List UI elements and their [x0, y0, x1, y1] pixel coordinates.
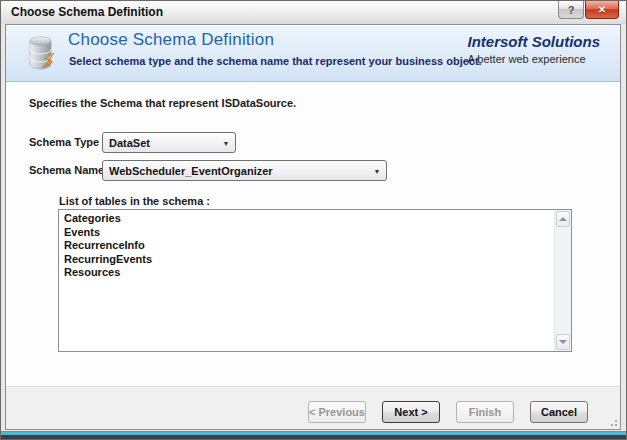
- wizard-title: Choose Schema Definition: [68, 30, 274, 50]
- window-title: Choose Schema Definition: [11, 1, 163, 24]
- list-item[interactable]: Events: [59, 226, 553, 240]
- scroll-down-button[interactable]: [556, 334, 570, 350]
- tables-list-label: List of tables in the schema :: [59, 195, 210, 207]
- cancel-button[interactable]: Cancel: [530, 401, 588, 423]
- next-button[interactable]: Next >: [382, 401, 440, 423]
- tables-list: Categories Events RecurrenceInfo Recurri…: [59, 212, 553, 351]
- schema-type-value: DataSet: [103, 137, 217, 149]
- database-icon: [27, 35, 55, 73]
- wizard-content: Specifies the Schema that represent ISDa…: [6, 83, 620, 386]
- window-bottom-border: [1, 431, 626, 439]
- previous-button[interactable]: < Previous: [308, 401, 366, 423]
- schema-description: Specifies the Schema that represent ISDa…: [29, 97, 296, 109]
- vertical-scrollbar[interactable]: [554, 210, 571, 351]
- wizard-footer: < Previous Next > Finish Cancel: [6, 386, 620, 429]
- wizard-subtitle: Select schema type and the schema name t…: [69, 55, 482, 67]
- help-button[interactable]: ?: [558, 1, 584, 19]
- scroll-up-button[interactable]: [556, 211, 570, 227]
- schema-name-dropdown[interactable]: WebScheduler_EventOrganizer ▼: [102, 160, 387, 181]
- schema-type-label: Schema Type :: [29, 136, 106, 148]
- chevron-down-icon: ▼: [217, 139, 235, 147]
- list-item[interactable]: RecurrenceInfo: [59, 239, 553, 253]
- wizard-buttons: < Previous Next > Finish Cancel: [308, 401, 588, 423]
- schema-type-dropdown[interactable]: DataSet ▼: [102, 132, 236, 153]
- finish-button[interactable]: Finish: [456, 401, 514, 423]
- wizard-header: Choose Schema Definition Select schema t…: [6, 25, 620, 82]
- brand-name: Intersoft Solutions: [468, 33, 601, 50]
- arrow-up-icon: [559, 217, 567, 221]
- list-item[interactable]: RecurringEvents: [59, 253, 553, 267]
- titlebar[interactable]: Choose Schema Definition ? ✕: [1, 1, 626, 24]
- close-button[interactable]: ✕: [585, 1, 619, 19]
- chevron-down-icon: ▼: [368, 167, 386, 175]
- list-item[interactable]: Categories: [59, 212, 553, 226]
- window-controls: ? ✕: [558, 1, 619, 19]
- arrow-down-icon: [559, 340, 567, 344]
- tables-listbox[interactable]: Categories Events RecurrenceInfo Recurri…: [58, 209, 572, 352]
- schema-name-label: Schema Name :: [29, 164, 111, 176]
- dialog-window: Choose Schema Definition ? ✕: [0, 0, 627, 440]
- schema-name-value: WebScheduler_EventOrganizer: [103, 165, 368, 177]
- close-icon: ✕: [598, 4, 606, 15]
- dialog-body: Choose Schema Definition Select schema t…: [5, 24, 621, 430]
- list-item[interactable]: Resources: [59, 266, 553, 280]
- brand-tagline: A better web experience: [468, 53, 601, 65]
- brand-block: Intersoft Solutions A better web experie…: [468, 33, 601, 65]
- resize-grip[interactable]: [608, 417, 617, 426]
- help-icon: ?: [568, 4, 575, 16]
